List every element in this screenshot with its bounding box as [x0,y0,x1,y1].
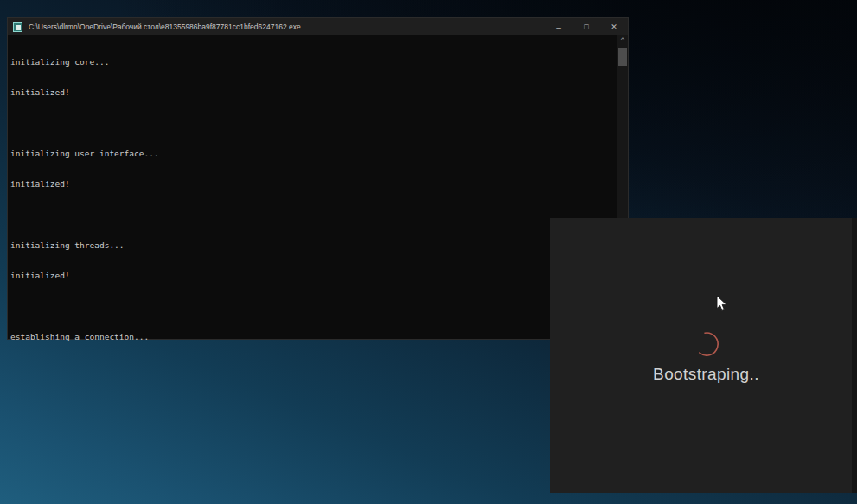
bootstrap-window: Bootstraping.. [550,218,857,493]
console-app-icon[interactable] [13,22,22,32]
console-body[interactable]: initializing core... initialized! initia… [8,35,628,339]
console-line: initializing core... [10,57,616,67]
console-title: C:\Users\dlrmn\OneDrive\Рабочий стол\e81… [29,22,545,31]
console-line: establishing a connection... [10,332,616,342]
minimize-button[interactable]: – [545,18,572,35]
console-line: initializing user interface... [10,149,616,159]
maximize-button[interactable]: □ [572,18,600,35]
console-line [10,210,616,220]
console-output: initializing core... initialized! initia… [10,36,616,363]
console-window: C:\Users\dlrmn\OneDrive\Рабочий стол\e81… [7,17,629,340]
window-controls: – □ ✕ [545,18,628,35]
console-line: initialized! [10,179,616,189]
console-line: initializing threads... [10,240,616,251]
console-line [10,118,616,128]
scroll-up-icon[interactable]: ^ [617,35,628,47]
desktop: C:\Users\dlrmn\OneDrive\Рабочий стол\e81… [0,0,857,504]
scrollbar-thumb[interactable] [618,48,627,66]
loading-spinner-icon [692,329,721,359]
bootstrap-status-text: Bootstraping.. [560,365,852,384]
console-line: initialized! [10,87,616,98]
console-line: initialized! [10,271,616,281]
console-line [10,302,616,312]
mouse-cursor [716,295,728,312]
close-button[interactable]: ✕ [600,18,628,35]
console-titlebar[interactable]: C:\Users\dlrmn\OneDrive\Рабочий стол\e81… [8,18,628,35]
